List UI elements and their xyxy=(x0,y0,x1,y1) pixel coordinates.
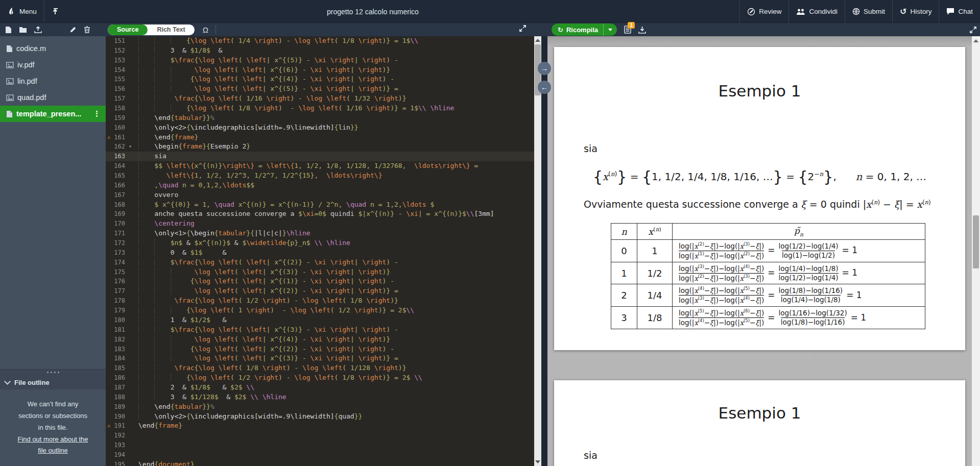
code-line[interactable]: 192 xyxy=(106,431,534,440)
code-editor[interactable]: 151 {\log \left( 1/4 \right) - \log \lef… xyxy=(106,36,534,466)
code-line[interactable]: 157 \frac{\log \left( 1/16 \right) - \lo… xyxy=(106,94,534,104)
code-line[interactable]: 166 ,\quad n = 0,1,2,\ldots$$ xyxy=(106,181,534,190)
code-line[interactable]: 169 anche questa successione converge a … xyxy=(106,209,534,219)
code-line[interactable]: 168 $ x^{(0)} = 1, \quad x^{(n)} = x^{(n… xyxy=(106,200,534,210)
code-line[interactable]: 183 {\log \left( \left| x^{(2)} - \xi \r… xyxy=(106,345,534,354)
code-line[interactable]: 184 \log \left( \left| x^{(3)} - \xi \ri… xyxy=(106,354,534,363)
code-line[interactable]: 158 {\log \left( 1/8 \right) - \log \lef… xyxy=(106,104,534,113)
review-icon xyxy=(747,8,755,16)
line-number-gutter: 164 xyxy=(106,161,132,171)
file-outline-header[interactable]: File outline xyxy=(0,375,106,389)
file-tree-toolbar xyxy=(0,26,106,34)
header-action-condividi[interactable]: Condividi xyxy=(789,0,845,23)
outline-resize-handle[interactable] xyxy=(0,369,106,375)
recompile-dropdown[interactable] xyxy=(603,23,617,36)
file-item-iv-pdf[interactable]: iv.pdf xyxy=(0,57,106,73)
file-item-codice-m[interactable]: codice.m xyxy=(0,40,106,57)
code-line[interactable]: 178 \frac{\log \left( 1/2 \right) - \log… xyxy=(106,296,534,306)
code-line[interactable]: ⚠191\end{frame} xyxy=(106,421,534,431)
line-number-gutter: 180 xyxy=(106,315,132,325)
code-line[interactable]: 167 ovvero xyxy=(106,190,534,200)
file-item-lin-pdf[interactable]: lin.pdf xyxy=(0,73,106,89)
line-number-gutter: 175 xyxy=(106,267,132,277)
code-line[interactable]: 154 \log \left( \left| x^{(6)} - \xi \ri… xyxy=(106,65,534,75)
code-line[interactable]: 162▾ \begin{frame}{Esempio 2} xyxy=(106,142,534,152)
code-line[interactable]: 153 $\frac{\log \left( \left| x^{(5)} - … xyxy=(106,56,534,65)
code-line[interactable]: 186 {\log \left( 1/2 \right) - \log \lef… xyxy=(106,373,534,383)
code-line[interactable]: 195\end{document} xyxy=(106,460,534,466)
fold-caret-icon[interactable]: ▾ xyxy=(129,142,132,152)
file-outline-link[interactable]: Find out more about thefile outline xyxy=(17,435,88,455)
code-line[interactable]: 151 {\log \left( 1/4 \right) - \log \lef… xyxy=(106,36,534,46)
symbol-palette-button[interactable]: Ω xyxy=(203,26,208,34)
line-number-gutter: 173 xyxy=(106,248,132,258)
code-line[interactable]: 174 $\frac{\log \left( \left| x^{(2)} - … xyxy=(106,258,534,267)
slide-paragraph: Ovviamente questa successione converge a… xyxy=(584,199,931,210)
code-line[interactable]: 187 2 & $1/8$ & $2$ \\ xyxy=(106,383,534,393)
download-pdf-button[interactable] xyxy=(638,26,646,34)
code-line[interactable]: 181 $\frac{\log \left( \left| x^{(3)} - … xyxy=(106,325,534,335)
source-mode-tab[interactable]: Source xyxy=(108,24,148,35)
recompile-button[interactable]: ↻ Ricompila xyxy=(552,23,617,36)
logs-button[interactable]: 1 xyxy=(624,26,631,34)
code-line[interactable]: 163 sia xyxy=(106,152,534,161)
delete-trash-button[interactable] xyxy=(84,26,90,33)
code-line[interactable]: 172 $n$ & $x^{(n)}$ & $\widetilde{p}_n$ … xyxy=(106,238,534,248)
sync-to-code-button[interactable]: ← xyxy=(538,81,551,94)
code-line[interactable]: 193 xyxy=(106,440,534,450)
file-item-quad-pdf[interactable]: quad.pdf xyxy=(0,89,106,106)
beamer-nav-symbols[interactable]: ◂ □ ▸ ◂ ▣ ▸ ◂ ≡ ▸ ◂ ≡ ▸ ≡ ↺ ○ ↻ xyxy=(776,353,918,360)
pdf-scrollbar[interactable] xyxy=(972,36,980,466)
code-line[interactable]: 159 \end{tabular}}% xyxy=(106,113,534,123)
editor-pdf-divider[interactable]: → ← xyxy=(541,36,547,466)
scroll-up-icon[interactable] xyxy=(535,39,540,42)
scroll-down-icon[interactable] xyxy=(535,460,540,463)
rename-pencil-button[interactable] xyxy=(69,26,77,33)
file-item-template-presen-[interactable]: template_presen...⋮ xyxy=(0,106,106,122)
code-line[interactable]: ⚠161 \end{frame} xyxy=(106,133,534,142)
code-line[interactable]: 189 \end{tabular}}% xyxy=(106,402,534,412)
sync-to-pdf-button[interactable]: → xyxy=(538,62,551,75)
menu-button[interactable]: Menu xyxy=(0,0,44,22)
code-line[interactable]: 155 {\log \left( \left| x^{(4)} - \xi \r… xyxy=(106,75,534,84)
code-line[interactable]: 156 \log \left( \left| x^{(5)} - \xi \ri… xyxy=(106,84,534,94)
code-line[interactable]: 190 \only<2>{\includegraphics[width=.9\l… xyxy=(106,412,534,422)
code-line[interactable]: 170 \centering xyxy=(106,219,534,229)
code-line[interactable]: 164 $$ \left\{x^{(n)}\right\} = \left\{1… xyxy=(106,161,534,171)
line-number-gutter: 163 xyxy=(106,152,132,161)
header-action-chat[interactable]: Chat xyxy=(939,0,980,23)
code-line[interactable]: 175 \log \left( \left| x^{(3)} - \xi \ri… xyxy=(106,267,534,277)
code-line[interactable]: 152 3 & $1/8$ & xyxy=(106,46,534,56)
pdf-preview-pane[interactable]: Esempio 1 sia {x(n)} = {1, 1/2, 1/4, 1/8… xyxy=(547,36,980,466)
header-action-review[interactable]: Review xyxy=(740,0,788,23)
pdf-scroll-up-icon[interactable] xyxy=(973,39,978,42)
code-line[interactable]: 177 \log \left( \left| x^{(2)} - \xi \ri… xyxy=(106,286,534,296)
new-folder-button[interactable] xyxy=(19,27,27,33)
header-action-history[interactable]: ↻History xyxy=(893,0,939,23)
refresh-icon: ↻ xyxy=(558,26,563,34)
code-line[interactable]: 182 \log \left( \left| x^{(4)} - \xi \ri… xyxy=(106,335,534,345)
code-line[interactable]: 160 \only<2>{\includegraphics[width=.9\l… xyxy=(106,123,534,133)
header-action-submit[interactable]: Submit xyxy=(845,0,892,23)
upload-file-button[interactable] xyxy=(34,26,42,33)
upload-project-button[interactable] xyxy=(44,0,66,22)
editor-scrollbar[interactable] xyxy=(534,36,541,466)
main-area: codice.miv.pdflin.pdfquad.pdftemplate_pr… xyxy=(0,36,980,466)
pdf-scrollbar-thumb[interactable] xyxy=(973,215,979,268)
editor-fullscreen-icon[interactable] xyxy=(519,24,527,32)
code-line[interactable]: 188 3 & $1/128$ & $2$ \\ \hline xyxy=(106,393,534,402)
line-number-gutter: 167 xyxy=(106,190,132,200)
code-line[interactable]: 165 \left\{1, 1/2, 1/2^3, 1/2^7, 1/2^{15… xyxy=(106,171,534,181)
new-file-button[interactable] xyxy=(5,26,12,34)
code-line[interactable]: 173 0 & $1$ & xyxy=(106,248,534,258)
code-line[interactable]: 176 {\log \left( \left| x^{(1)} - \xi \r… xyxy=(106,277,534,286)
kebab-menu-icon[interactable]: ⋮ xyxy=(93,109,101,118)
rich-text-mode-tab[interactable]: Rich Text xyxy=(148,24,194,35)
code-line[interactable]: 179 {\log \left( 1 \right) - \log \left(… xyxy=(106,306,534,315)
code-line[interactable]: 194 xyxy=(106,450,534,460)
code-line[interactable]: 171 \only<1>{\begin{tabular}{|l|c|c|}\hl… xyxy=(106,229,534,238)
pdf-fullscreen-icon[interactable] xyxy=(969,26,977,34)
line-number-gutter: 183 xyxy=(106,345,132,354)
code-line[interactable]: 185 \frac{\log \left( 1/8 \right) - \log… xyxy=(106,363,534,373)
code-line[interactable]: 180 1 & $1/2$ & xyxy=(106,315,534,325)
